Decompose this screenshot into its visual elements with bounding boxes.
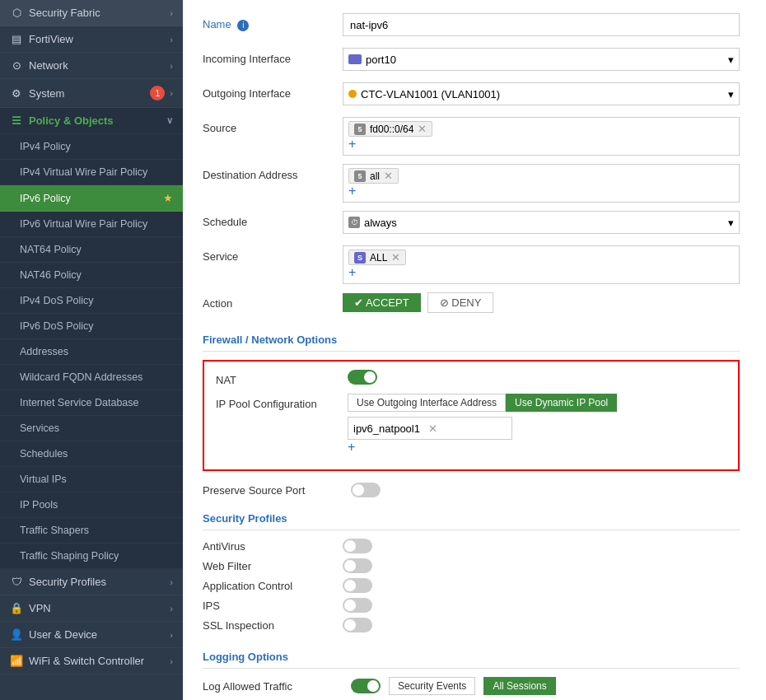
use-outgoing-button[interactable]: Use Outgoing Interface Address [348, 394, 506, 412]
sidebar-label-security-profiles: Security Profiles [29, 576, 106, 588]
addr-icon: 5 [354, 124, 366, 135]
use-dynamic-button[interactable]: Use Dynamic IP Pool [506, 394, 617, 412]
svc-icon: S [354, 252, 366, 264]
sidebar-label-services: Services [20, 422, 59, 434]
source-row: Source 5 fd00::0/64 ✕ + [203, 117, 740, 156]
destination-add-btn[interactable]: + [348, 184, 356, 198]
source-remove-btn[interactable]: ✕ [418, 123, 427, 135]
security-profiles-header: Security Profiles [203, 506, 740, 530]
sidebar-item-fortiview[interactable]: ▤ FortiView [0, 26, 183, 53]
service-add-btn[interactable]: + [348, 265, 356, 279]
antivirus-toggle-knob [344, 540, 356, 552]
sidebar-item-ipv6-policy[interactable]: IPv6 Policy ★ [0, 185, 183, 212]
pool-name-remove-btn[interactable]: ✕ [428, 422, 437, 435]
sidebar-item-system[interactable]: ⚙ System 1 [0, 79, 183, 108]
sidebar-item-ipv4-vwp[interactable]: IPv4 Virtual Wire Pair Policy [0, 160, 183, 185]
source-add-btn[interactable]: + [348, 137, 356, 151]
sidebar-label-fortiview: FortiView [29, 33, 73, 45]
preserve-toggle-knob [353, 484, 364, 496]
system-icon: ⚙ [10, 87, 23, 100]
app-control-toggle-knob [344, 580, 356, 591]
sidebar-item-addresses[interactable]: Addresses [0, 339, 183, 365]
pool-add-btn[interactable]: + [348, 440, 355, 454]
preserve-source-port-label: Preserve Source Port [203, 484, 343, 497]
sidebar-item-ipv4-policy[interactable]: IPv4 Policy [0, 134, 183, 160]
incoming-interface-select[interactable]: port10 ▾ [343, 48, 740, 71]
sidebar: ⬡ Security Fabric ▤ FortiView ⊙ Network … [0, 0, 183, 700]
fortiview-icon: ▤ [10, 33, 23, 45]
app-control-toggle[interactable] [343, 578, 372, 593]
action-buttons: ✔ ACCEPT ⊘ DENY [343, 292, 740, 313]
name-row: Name i [203, 13, 740, 40]
app-control-label: Application Control [203, 580, 343, 592]
service-remove-btn[interactable]: ✕ [391, 251, 400, 264]
name-label: Name i [203, 13, 343, 31]
accept-button[interactable]: ✔ ACCEPT [343, 293, 421, 312]
service-control: S ALL ✕ + [343, 245, 740, 284]
action-control: ✔ ACCEPT ⊘ DENY [343, 292, 740, 315]
sidebar-item-user-device[interactable]: 👤 User & Device [0, 622, 183, 648]
sidebar-item-ipv6-vwp[interactable]: IPv6 Virtual Wire Pair Policy [0, 212, 183, 237]
sidebar-item-virtual-ips[interactable]: Virtual IPs [0, 467, 183, 492]
sidebar-item-security-profiles[interactable]: 🛡 Security Profiles [0, 569, 183, 595]
name-input[interactable] [343, 13, 740, 36]
preserve-source-port-toggle[interactable] [351, 483, 381, 497]
all-sessions-button[interactable]: All Sessions [483, 677, 555, 695]
sidebar-item-schedules[interactable]: Schedules [0, 441, 183, 467]
ips-row: IPS [203, 598, 740, 613]
destination-remove-btn[interactable]: ✕ [384, 170, 393, 182]
security-events-button[interactable]: Security Events [389, 677, 475, 695]
log-traffic-toggle[interactable] [351, 679, 381, 693]
sidebar-item-nat46[interactable]: NAT46 Policy [0, 263, 183, 288]
sidebar-item-nat64[interactable]: NAT64 Policy [0, 237, 183, 263]
logging-section-header: Logging Options [203, 644, 740, 669]
sidebar-item-wildcard-fqdn[interactable]: Wildcard FQDN Addresses [0, 365, 183, 390]
sidebar-item-traffic-shaping-policy[interactable]: Traffic Shaping Policy [0, 544, 183, 569]
schedule-select[interactable]: ⏱ always ▾ [343, 211, 740, 234]
deny-button[interactable]: ⊘ DENY [427, 292, 494, 313]
chevron-icon [170, 630, 173, 640]
pool-name-container: ipv6_natpool1 ✕ + [348, 417, 726, 455]
nat-toggle[interactable] [348, 370, 377, 385]
dest-addr-icon: 5 [354, 170, 366, 182]
sidebar-label-traffic-shapers: Traffic Shapers [20, 525, 89, 536]
firewall-options-box: NAT IP Pool Configuration Use Outgoing I… [203, 360, 740, 471]
sidebar-item-ip-pools[interactable]: IP Pools [0, 492, 183, 518]
sidebar-label-internet-svc-db: Internet Service Database [20, 397, 139, 408]
sidebar-item-internet-svc-db[interactable]: Internet Service Database [0, 390, 183, 416]
firewall-section: Firewall / Network Options NAT IP Pool C… [203, 327, 740, 471]
name-info-icon[interactable]: i [237, 20, 249, 31]
sidebar-item-vpn[interactable]: 🔒 VPN [0, 595, 183, 622]
sidebar-item-security-fabric[interactable]: ⬡ Security Fabric [0, 0, 183, 26]
sidebar-label-nat46: NAT46 Policy [20, 269, 82, 281]
incoming-interface-label: Incoming Interface [203, 48, 343, 65]
sidebar-item-ipv6-dos[interactable]: IPv6 DoS Policy [0, 314, 183, 339]
ssl-inspection-toggle-knob [344, 619, 356, 631]
system-badge: 1 [150, 86, 165, 100]
web-filter-toggle[interactable] [343, 558, 372, 573]
name-field-container [343, 13, 740, 36]
ssl-inspection-row: SSL Inspection [203, 618, 740, 632]
chevron-icon [170, 88, 173, 98]
policy-icon: ☰ [10, 114, 23, 127]
ssl-inspection-toggle[interactable] [343, 618, 372, 632]
policy-objects-submenu: IPv4 Policy IPv4 Virtual Wire Pair Polic… [0, 134, 183, 569]
preserve-source-port-row: Preserve Source Port [203, 483, 740, 497]
schedule-row: Schedule ⏱ always ▾ [203, 211, 740, 237]
sidebar-item-ipv4-dos[interactable]: IPv4 DoS Policy [0, 288, 183, 314]
antivirus-toggle[interactable] [343, 539, 372, 553]
security-profiles-section: Security Profiles AntiVirus Web Filter A… [203, 506, 740, 632]
ips-toggle[interactable] [343, 598, 372, 613]
destination-tag: 5 all ✕ [348, 168, 399, 184]
sidebar-item-wifi-switch[interactable]: 📶 WiFi & Switch Controller [0, 648, 183, 674]
outgoing-interface-select[interactable]: CTC-VLAN1001 (VLAN1001) ▾ [343, 82, 740, 105]
sidebar-item-traffic-shapers[interactable]: Traffic Shapers [0, 518, 183, 544]
sidebar-item-services[interactable]: Services [0, 416, 183, 441]
sidebar-item-network[interactable]: ⊙ Network [0, 53, 183, 79]
user-device-icon: 👤 [10, 628, 23, 641]
incoming-interface-value: port10 [348, 54, 396, 66]
vlan-icon [348, 90, 357, 98]
sidebar-item-policy-objects[interactable]: ☰ Policy & Objects ∨ [0, 108, 183, 134]
chevron-icon [170, 604, 173, 614]
antivirus-row: AntiVirus [203, 539, 740, 553]
